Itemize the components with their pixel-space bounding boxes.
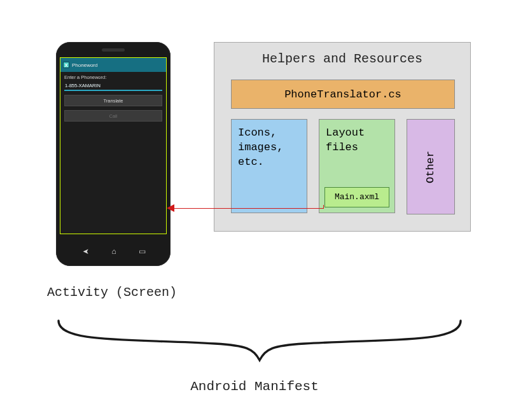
icons-line2: images, (238, 141, 300, 155)
link-arrow-stub (323, 205, 324, 209)
phonetranslator-file: PhoneTranslator.cs (231, 80, 455, 109)
other-label: Other (424, 150, 436, 183)
layout-line2: files (326, 141, 388, 155)
translate-button[interactable]: Translate (64, 95, 162, 106)
app-title: Phoneword (72, 62, 97, 68)
phoneword-input[interactable]: 1-855-XAMARIN (64, 81, 162, 91)
phone-app-screen: X Phoneword Enter a Phoneword: 1-855-XAM… (60, 58, 166, 234)
layout-files-box: Layout files Main.axml (319, 119, 395, 213)
recent-icon[interactable]: ▭ (139, 247, 144, 256)
app-actionbar: X Phoneword (60, 58, 166, 72)
link-arrow-head (167, 204, 174, 212)
call-button[interactable]: Call (64, 110, 162, 122)
icons-line3: etc. (238, 155, 300, 170)
other-box: Other (407, 119, 455, 214)
input-label: Enter a Phoneword: (60, 72, 166, 81)
app-icon: X (63, 62, 69, 68)
phone-mockup: ▲ ▮ 5:05 X Phoneword Enter a Phoneword: … (56, 42, 171, 266)
caption-activity: Activity (Screen) (47, 285, 177, 300)
icons-line1: Icons, (238, 126, 300, 141)
diagram-stage: ▲ ▮ 5:05 X Phoneword Enter a Phoneword: … (0, 0, 509, 420)
home-icon[interactable]: ⌂ (111, 247, 116, 256)
phone-earpiece (102, 48, 125, 52)
android-navbar: ➤ ⌂ ▭ (60, 244, 167, 258)
link-arrow-line (173, 208, 323, 209)
caption-manifest: Android Manifest (0, 379, 509, 394)
helpers-panel: Helpers and Resources PhoneTranslator.cs… (214, 42, 471, 232)
helpers-title: Helpers and Resources (214, 52, 470, 66)
curly-brace (56, 318, 463, 367)
back-icon[interactable]: ➤ (83, 247, 89, 256)
icons-images-box: Icons, images, etc. (231, 119, 307, 213)
main-axml-file: Main.axml (324, 187, 389, 207)
layout-line1: Layout (326, 126, 388, 141)
